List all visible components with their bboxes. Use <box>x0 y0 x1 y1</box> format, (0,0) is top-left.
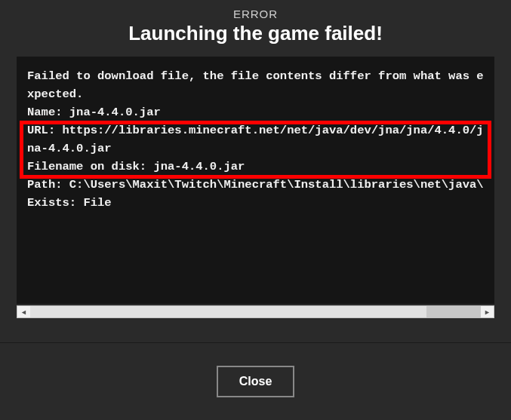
log-container: Failed to download file, the file conten… <box>17 57 494 318</box>
dialog-footer: Close <box>0 343 511 420</box>
log-line-url: URL: https://libraries.minecraft.net/net… <box>27 121 484 158</box>
error-label: ERROR <box>0 8 511 20</box>
scrollbar-thumb[interactable] <box>30 306 426 317</box>
scroll-right-arrow-icon[interactable]: ► <box>481 306 494 317</box>
log-line-exists: Exists: File <box>27 194 484 212</box>
scroll-left-arrow-icon[interactable]: ◄ <box>17 306 30 317</box>
horizontal-scrollbar[interactable]: ◄ ► <box>17 305 494 318</box>
dialog-header: ERROR Launching the game failed! <box>0 0 511 57</box>
error-log: Failed to download file, the file conten… <box>17 57 494 304</box>
log-line-name: Name: jna-4.4.0.jar <box>27 103 484 121</box>
scrollbar-track[interactable] <box>30 306 481 317</box>
log-line-path: Path: C:\Users\Maxit\Twitch\Minecraft\In… <box>27 176 484 194</box>
log-line-message: Failed to download file, the file conten… <box>27 67 484 103</box>
close-button[interactable]: Close <box>217 366 295 397</box>
log-line-filename: Filename on disk: jna-4.4.0.jar <box>27 158 484 176</box>
error-title: Launching the game failed! <box>0 22 511 45</box>
